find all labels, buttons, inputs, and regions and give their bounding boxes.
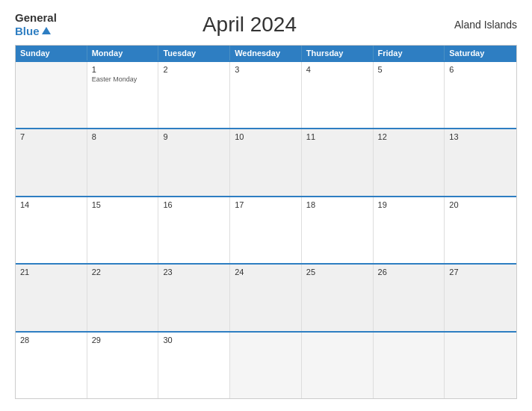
cell-date-number: 29 xyxy=(92,336,154,344)
calendar-cell-w2-d5: 11 xyxy=(302,129,374,196)
cell-date-number: 3 xyxy=(235,65,297,74)
cell-date-number: 27 xyxy=(449,268,512,276)
calendar-cell-w2-d4: 10 xyxy=(230,129,302,196)
calendar-cell-w3-d2: 15 xyxy=(87,197,159,264)
page: General Blue April 2024 Aland Islands Su… xyxy=(0,0,532,411)
calendar-week-3: 14151617181920 xyxy=(16,196,516,264)
page-title: April 2024 xyxy=(57,13,442,37)
calendar-cell-w4-d6: 26 xyxy=(374,265,445,331)
calendar-cell-w4-d3: 23 xyxy=(158,265,230,331)
calendar-cell-w3-d7: 20 xyxy=(445,197,516,264)
calendar-cell-w4-d2: 22 xyxy=(87,265,159,331)
col-header-monday: Monday xyxy=(87,46,159,61)
cell-date-number: 19 xyxy=(378,200,440,209)
calendar-cell-w3-d3: 16 xyxy=(158,197,230,264)
cell-date-number: 25 xyxy=(306,268,368,276)
calendar-cell-w3-d4: 17 xyxy=(230,197,302,264)
calendar-cell-w2-d7: 13 xyxy=(445,129,516,196)
region-label: Aland Islands xyxy=(442,19,517,31)
col-header-thursday: Thursday xyxy=(302,46,374,61)
calendar-cell-w2-d3: 9 xyxy=(158,129,230,196)
calendar-cell-w5-d5 xyxy=(302,333,374,399)
cell-date-number: 1 xyxy=(92,65,154,74)
logo: General Blue xyxy=(15,12,57,37)
calendar-cell-w4-d5: 25 xyxy=(302,265,374,331)
calendar-week-4: 21222324252627 xyxy=(16,263,516,331)
cell-date-number: 30 xyxy=(163,336,225,344)
calendar-cell-w3-d5: 18 xyxy=(302,197,374,264)
cell-date-number: 4 xyxy=(306,65,368,74)
col-header-saturday: Saturday xyxy=(445,46,516,61)
cell-date-number: 26 xyxy=(378,268,440,276)
calendar-week-2: 78910111213 xyxy=(16,128,516,196)
calendar-cell-w2-d6: 12 xyxy=(374,129,445,196)
calendar-cell-w4-d1: 21 xyxy=(16,265,87,331)
cell-event-label: Easter Monday xyxy=(92,75,154,83)
col-header-friday: Friday xyxy=(374,46,445,61)
calendar-cell-w5-d7 xyxy=(445,333,516,399)
cell-date-number: 14 xyxy=(20,200,82,209)
calendar-cell-w5-d1: 28 xyxy=(16,333,87,399)
col-header-wednesday: Wednesday xyxy=(230,46,302,61)
cell-date-number: 12 xyxy=(378,132,440,141)
cell-date-number: 7 xyxy=(20,132,82,141)
cell-date-number: 17 xyxy=(235,200,297,209)
logo-triangle-icon xyxy=(42,27,51,34)
cell-date-number: 24 xyxy=(235,268,297,276)
calendar-week-5: 282930 xyxy=(16,331,516,399)
calendar-cell-w1-d2: 1Easter Monday xyxy=(87,62,159,129)
cell-date-number: 15 xyxy=(92,200,154,209)
calendar-cell-w2-d2: 8 xyxy=(87,129,159,196)
calendar-cell-w1-d3: 2 xyxy=(158,62,230,129)
cell-date-number: 2 xyxy=(163,65,225,74)
calendar-cell-w5-d3: 30 xyxy=(158,333,230,399)
calendar-body: 1Easter Monday23456789101112131415161718… xyxy=(16,61,516,399)
header: General Blue April 2024 Aland Islands xyxy=(15,12,517,37)
col-header-tuesday: Tuesday xyxy=(158,46,230,61)
calendar-cell-w2-d1: 7 xyxy=(16,129,87,196)
cell-date-number: 11 xyxy=(306,132,368,141)
calendar-cell-w1-d5: 4 xyxy=(302,62,374,129)
calendar-cell-w1-d4: 3 xyxy=(230,62,302,129)
calendar-cell-w1-d7: 6 xyxy=(445,62,516,129)
cell-date-number: 13 xyxy=(449,132,512,141)
cell-date-number: 6 xyxy=(449,65,512,74)
calendar-cell-w3-d6: 19 xyxy=(374,197,445,264)
calendar-cell-w5-d4 xyxy=(230,333,302,399)
calendar-cell-w1-d1 xyxy=(16,62,87,129)
calendar: Sunday Monday Tuesday Wednesday Thursday… xyxy=(15,45,517,400)
cell-date-number: 21 xyxy=(20,268,82,276)
col-header-sunday: Sunday xyxy=(16,46,87,61)
cell-date-number: 18 xyxy=(306,200,368,209)
calendar-cell-w4-d4: 24 xyxy=(230,265,302,331)
cell-date-number: 28 xyxy=(20,336,82,344)
cell-date-number: 8 xyxy=(92,132,154,141)
calendar-cell-w3-d1: 14 xyxy=(16,197,87,264)
calendar-week-1: 1Easter Monday23456 xyxy=(16,61,516,129)
calendar-cell-w1-d6: 5 xyxy=(374,62,445,129)
cell-date-number: 23 xyxy=(163,268,225,276)
calendar-cell-w4-d7: 27 xyxy=(445,265,516,331)
cell-date-number: 16 xyxy=(163,200,225,209)
logo-blue-text: Blue xyxy=(15,25,51,37)
calendar-header-row: Sunday Monday Tuesday Wednesday Thursday… xyxy=(16,46,516,61)
logo-general-text: General xyxy=(15,12,57,25)
cell-date-number: 9 xyxy=(163,132,225,141)
cell-date-number: 5 xyxy=(378,65,440,74)
calendar-cell-w5-d2: 29 xyxy=(87,333,159,399)
cell-date-number: 20 xyxy=(449,200,512,209)
cell-date-number: 10 xyxy=(235,132,297,141)
cell-date-number: 22 xyxy=(92,268,154,276)
calendar-cell-w5-d6 xyxy=(374,333,445,399)
